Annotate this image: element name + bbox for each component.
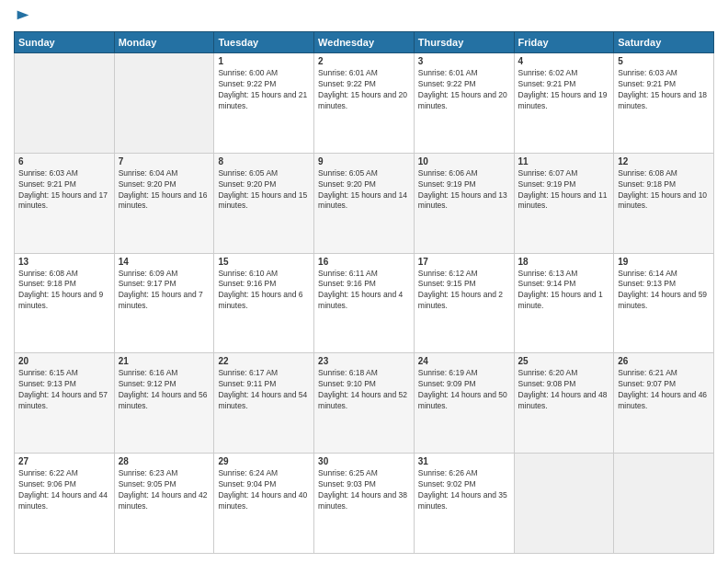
day-info: Sunrise: 6:15 AMSunset: 9:13 PMDaylight:… bbox=[18, 368, 110, 412]
day-info: Sunrise: 6:01 AMSunset: 9:22 PMDaylight:… bbox=[318, 68, 410, 112]
header bbox=[14, 9, 714, 24]
calendar-day-cell: 27Sunrise: 6:22 AMSunset: 9:06 PMDayligh… bbox=[15, 454, 115, 554]
day-number: 18 bbox=[518, 257, 610, 267]
day-number: 1 bbox=[218, 56, 310, 66]
calendar-day-cell bbox=[514, 454, 614, 554]
day-number: 3 bbox=[418, 56, 510, 66]
calendar-day-cell bbox=[614, 454, 714, 554]
calendar-table: SundayMondayTuesdayWednesdayThursdayFrid… bbox=[14, 31, 714, 554]
day-number: 30 bbox=[318, 456, 410, 466]
calendar-day-cell: 30Sunrise: 6:25 AMSunset: 9:03 PMDayligh… bbox=[314, 454, 415, 554]
weekday-header-wednesday: Wednesday bbox=[314, 32, 415, 53]
day-info: Sunrise: 6:07 AMSunset: 9:19 PMDaylight:… bbox=[518, 168, 610, 213]
day-number: 11 bbox=[518, 156, 610, 167]
day-info: Sunrise: 6:24 AMSunset: 9:04 PMDaylight:… bbox=[218, 468, 310, 512]
calendar-week-row: 1Sunrise: 6:00 AMSunset: 9:22 PMDaylight… bbox=[15, 53, 714, 154]
calendar-day-cell: 17Sunrise: 6:12 AMSunset: 9:15 PMDayligh… bbox=[414, 253, 514, 353]
day-info: Sunrise: 6:13 AMSunset: 9:14 PMDaylight:… bbox=[518, 269, 610, 313]
calendar-day-cell: 3Sunrise: 6:01 AMSunset: 9:22 PMDaylight… bbox=[414, 53, 514, 154]
calendar-day-cell: 28Sunrise: 6:23 AMSunset: 9:05 PMDayligh… bbox=[114, 454, 214, 554]
calendar-day-cell bbox=[114, 53, 214, 154]
svg-marker-0 bbox=[17, 11, 29, 20]
day-number: 13 bbox=[18, 257, 110, 267]
weekday-header-thursday: Thursday bbox=[414, 32, 514, 53]
calendar-day-cell: 6Sunrise: 6:03 AMSunset: 9:21 PMDaylight… bbox=[15, 153, 115, 253]
calendar-day-cell: 4Sunrise: 6:02 AMSunset: 9:21 PMDaylight… bbox=[514, 53, 614, 154]
day-number: 15 bbox=[218, 257, 310, 267]
day-info: Sunrise: 6:03 AMSunset: 9:21 PMDaylight:… bbox=[618, 68, 710, 112]
logo-flag-icon bbox=[16, 9, 30, 24]
day-info: Sunrise: 6:21 AMSunset: 9:07 PMDaylight:… bbox=[618, 368, 710, 412]
day-info: Sunrise: 6:20 AMSunset: 9:08 PMDaylight:… bbox=[518, 368, 610, 412]
day-number: 20 bbox=[18, 356, 110, 366]
day-number: 28 bbox=[119, 456, 210, 466]
day-number: 29 bbox=[218, 456, 310, 466]
day-number: 27 bbox=[18, 456, 110, 466]
calendar-day-cell: 20Sunrise: 6:15 AMSunset: 9:13 PMDayligh… bbox=[15, 353, 115, 454]
day-number: 17 bbox=[418, 257, 510, 267]
day-info: Sunrise: 6:05 AMSunset: 9:20 PMDaylight:… bbox=[218, 168, 310, 213]
day-number: 14 bbox=[119, 257, 210, 267]
day-number: 8 bbox=[218, 156, 310, 167]
day-number: 7 bbox=[119, 156, 210, 167]
day-info: Sunrise: 6:04 AMSunset: 9:20 PMDaylight:… bbox=[119, 168, 210, 213]
calendar-day-cell: 26Sunrise: 6:21 AMSunset: 9:07 PMDayligh… bbox=[614, 353, 714, 454]
calendar-day-cell: 9Sunrise: 6:05 AMSunset: 9:20 PMDaylight… bbox=[314, 153, 415, 253]
calendar-week-row: 6Sunrise: 6:03 AMSunset: 9:21 PMDaylight… bbox=[15, 153, 714, 253]
calendar-day-cell: 5Sunrise: 6:03 AMSunset: 9:21 PMDaylight… bbox=[614, 53, 714, 154]
calendar-day-cell: 13Sunrise: 6:08 AMSunset: 9:18 PMDayligh… bbox=[15, 253, 115, 353]
calendar-day-cell: 18Sunrise: 6:13 AMSunset: 9:14 PMDayligh… bbox=[514, 253, 614, 353]
calendar-day-cell: 19Sunrise: 6:14 AMSunset: 9:13 PMDayligh… bbox=[614, 253, 714, 353]
day-info: Sunrise: 6:00 AMSunset: 9:22 PMDaylight:… bbox=[218, 68, 310, 112]
day-number: 25 bbox=[518, 356, 610, 366]
day-info: Sunrise: 6:25 AMSunset: 9:03 PMDaylight:… bbox=[318, 468, 410, 512]
day-info: Sunrise: 6:08 AMSunset: 9:18 PMDaylight:… bbox=[618, 168, 710, 213]
calendar-day-cell bbox=[15, 53, 115, 154]
day-info: Sunrise: 6:12 AMSunset: 9:15 PMDaylight:… bbox=[418, 269, 510, 313]
calendar-day-cell: 14Sunrise: 6:09 AMSunset: 9:17 PMDayligh… bbox=[114, 253, 214, 353]
day-info: Sunrise: 6:14 AMSunset: 9:13 PMDaylight:… bbox=[618, 269, 710, 313]
calendar-day-cell: 1Sunrise: 6:00 AMSunset: 9:22 PMDaylight… bbox=[214, 53, 314, 154]
weekday-header-tuesday: Tuesday bbox=[214, 32, 314, 53]
day-info: Sunrise: 6:03 AMSunset: 9:21 PMDaylight:… bbox=[18, 168, 110, 213]
calendar-day-cell: 31Sunrise: 6:26 AMSunset: 9:02 PMDayligh… bbox=[414, 454, 514, 554]
day-info: Sunrise: 6:08 AMSunset: 9:18 PMDaylight:… bbox=[18, 269, 110, 313]
calendar-day-cell: 10Sunrise: 6:06 AMSunset: 9:19 PMDayligh… bbox=[414, 153, 514, 253]
day-number: 22 bbox=[218, 356, 310, 366]
day-number: 24 bbox=[418, 356, 510, 366]
calendar-day-cell: 29Sunrise: 6:24 AMSunset: 9:04 PMDayligh… bbox=[214, 454, 314, 554]
logo bbox=[14, 9, 30, 24]
calendar-day-cell: 15Sunrise: 6:10 AMSunset: 9:16 PMDayligh… bbox=[214, 253, 314, 353]
day-number: 26 bbox=[618, 356, 710, 366]
day-info: Sunrise: 6:22 AMSunset: 9:06 PMDaylight:… bbox=[18, 468, 110, 512]
calendar-day-cell: 11Sunrise: 6:07 AMSunset: 9:19 PMDayligh… bbox=[514, 153, 614, 253]
calendar-day-cell: 25Sunrise: 6:20 AMSunset: 9:08 PMDayligh… bbox=[514, 353, 614, 454]
day-info: Sunrise: 6:19 AMSunset: 9:09 PMDaylight:… bbox=[418, 368, 510, 412]
day-number: 6 bbox=[18, 156, 110, 167]
calendar-day-cell: 22Sunrise: 6:17 AMSunset: 9:11 PMDayligh… bbox=[214, 353, 314, 454]
calendar-day-cell: 24Sunrise: 6:19 AMSunset: 9:09 PMDayligh… bbox=[414, 353, 514, 454]
calendar-day-cell: 8Sunrise: 6:05 AMSunset: 9:20 PMDaylight… bbox=[214, 153, 314, 253]
page: SundayMondayTuesdayWednesdayThursdayFrid… bbox=[0, 0, 728, 563]
calendar-day-cell: 12Sunrise: 6:08 AMSunset: 9:18 PMDayligh… bbox=[614, 153, 714, 253]
day-number: 23 bbox=[318, 356, 410, 366]
calendar-week-row: 13Sunrise: 6:08 AMSunset: 9:18 PMDayligh… bbox=[15, 253, 714, 353]
weekday-header-row: SundayMondayTuesdayWednesdayThursdayFrid… bbox=[15, 32, 714, 53]
calendar-week-row: 27Sunrise: 6:22 AMSunset: 9:06 PMDayligh… bbox=[15, 454, 714, 554]
day-number: 5 bbox=[618, 56, 710, 66]
day-info: Sunrise: 6:26 AMSunset: 9:02 PMDaylight:… bbox=[418, 468, 510, 512]
day-info: Sunrise: 6:10 AMSunset: 9:16 PMDaylight:… bbox=[218, 269, 310, 313]
day-info: Sunrise: 6:01 AMSunset: 9:22 PMDaylight:… bbox=[418, 68, 510, 112]
weekday-header-saturday: Saturday bbox=[614, 32, 714, 53]
calendar-day-cell: 23Sunrise: 6:18 AMSunset: 9:10 PMDayligh… bbox=[314, 353, 415, 454]
day-info: Sunrise: 6:23 AMSunset: 9:05 PMDaylight:… bbox=[119, 468, 210, 512]
day-info: Sunrise: 6:11 AMSunset: 9:16 PMDaylight:… bbox=[318, 269, 410, 313]
weekday-header-friday: Friday bbox=[514, 32, 614, 53]
calendar-day-cell: 7Sunrise: 6:04 AMSunset: 9:20 PMDaylight… bbox=[114, 153, 214, 253]
day-info: Sunrise: 6:05 AMSunset: 9:20 PMDaylight:… bbox=[318, 168, 410, 213]
day-info: Sunrise: 6:06 AMSunset: 9:19 PMDaylight:… bbox=[418, 168, 510, 213]
day-number: 21 bbox=[119, 356, 210, 366]
calendar-day-cell: 16Sunrise: 6:11 AMSunset: 9:16 PMDayligh… bbox=[314, 253, 415, 353]
day-info: Sunrise: 6:02 AMSunset: 9:21 PMDaylight:… bbox=[518, 68, 610, 112]
weekday-header-sunday: Sunday bbox=[15, 32, 115, 53]
